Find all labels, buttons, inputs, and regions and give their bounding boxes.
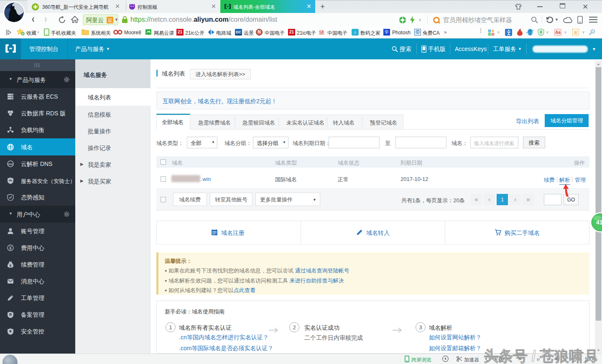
svg-text:DNS: DNS: [8, 163, 13, 165]
svg-text:41: 41: [596, 219, 602, 226]
